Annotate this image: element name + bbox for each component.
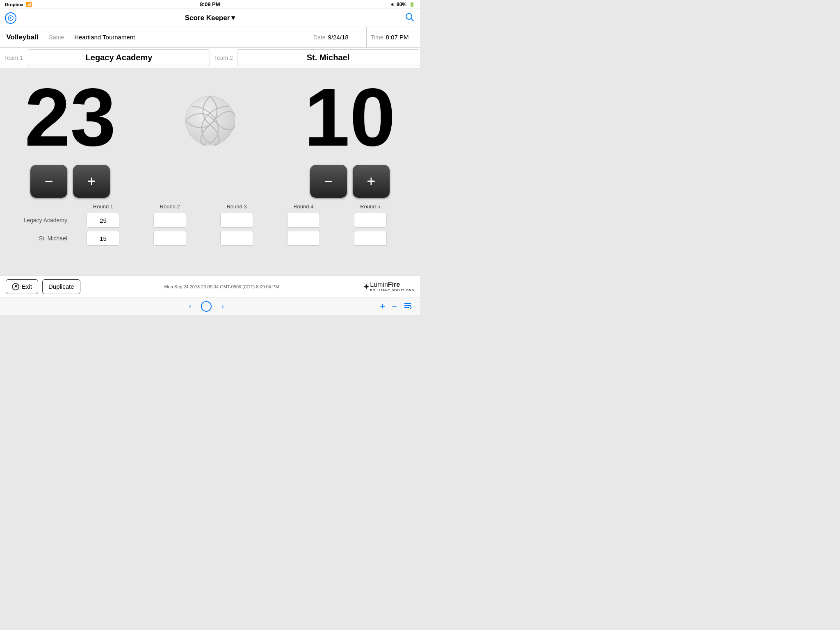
exit-button[interactable]: ✕ Exit bbox=[6, 279, 38, 294]
ios-forward-arrow[interactable]: › bbox=[221, 303, 224, 310]
team2-round5-input[interactable] bbox=[354, 231, 387, 246]
team2-score: 10 bbox=[304, 76, 395, 158]
status-right: ∗ 80% 🔋 bbox=[390, 2, 415, 7]
dropbox-icon: Dropbox bbox=[5, 2, 23, 7]
team1-label: Team 1 bbox=[0, 48, 27, 68]
bluetooth-icon: ∗ bbox=[390, 2, 394, 7]
bottom-left-actions: ✕ Exit Duplicate bbox=[6, 279, 80, 294]
game-name-input[interactable] bbox=[74, 34, 305, 41]
timestamp-display: Mon Sep 24 2018 20:09:04 GMT-0500 (CDT) … bbox=[164, 284, 279, 289]
team2-round5-cell[interactable] bbox=[337, 229, 404, 247]
time-input[interactable] bbox=[386, 34, 416, 41]
team1-round2-input[interactable] bbox=[153, 213, 186, 228]
lumin-sub: BRILLIANT SOLUTIONS bbox=[370, 288, 414, 292]
team2-round4-input[interactable] bbox=[287, 231, 320, 246]
team2-round4-cell[interactable] bbox=[270, 229, 337, 247]
status-bar: Dropbox 📶 8:09 PM ∗ 80% 🔋 bbox=[0, 0, 420, 9]
wifi-icon: 📶 bbox=[26, 2, 32, 7]
battery-level: 80% bbox=[397, 2, 406, 7]
team1-name-input[interactable] bbox=[28, 53, 210, 62]
round2-header: Round 2 bbox=[137, 202, 203, 211]
plus-icon-2: + bbox=[367, 174, 375, 189]
nav-search-button[interactable] bbox=[405, 13, 414, 23]
team2-round2-cell[interactable] bbox=[137, 229, 203, 247]
svg-point-0 bbox=[8, 16, 13, 21]
lumin-star-icon: ✦ bbox=[363, 282, 370, 292]
ios-nav-bar: ‹ › + − bbox=[0, 297, 420, 315]
minus-icon: − bbox=[45, 174, 53, 189]
team2-rounds-label: St. Michael bbox=[16, 229, 70, 247]
team2-score-buttons: − + bbox=[310, 165, 390, 198]
team2-round3-cell[interactable] bbox=[203, 229, 270, 247]
team1-round5-input[interactable] bbox=[354, 213, 387, 228]
team2-name-cell[interactable] bbox=[237, 49, 419, 66]
svg-line-2 bbox=[411, 18, 413, 21]
team2-round1-input[interactable] bbox=[87, 231, 119, 246]
form-row: Game Date Time bbox=[0, 27, 420, 48]
back-circle-icon[interactable] bbox=[5, 12, 16, 24]
date-cell[interactable]: Date bbox=[309, 27, 367, 47]
ios-home-button[interactable] bbox=[201, 301, 212, 312]
team1-round3-input[interactable] bbox=[220, 213, 253, 228]
lumin-logo: ✦ LuminFire BRILLIANT SOLUTIONS bbox=[363, 281, 414, 292]
duplicate-button[interactable]: Duplicate bbox=[42, 279, 80, 294]
battery-icon: 🔋 bbox=[409, 2, 415, 7]
ios-nav-center: ‹ › bbox=[189, 301, 224, 312]
team2-rounds-row: St. Michael bbox=[16, 229, 404, 247]
game-name-cell[interactable] bbox=[70, 27, 309, 47]
team2-minus-button[interactable]: − bbox=[310, 165, 347, 198]
team1-rounds-row: Legacy Academy bbox=[16, 211, 404, 229]
round1-header: Round 1 bbox=[70, 202, 137, 211]
ios-add-button[interactable]: + bbox=[380, 301, 385, 312]
team1-rounds-label: Legacy Academy bbox=[16, 211, 70, 229]
sport-cell[interactable] bbox=[0, 27, 45, 47]
status-time: 8:09 PM bbox=[200, 1, 220, 7]
ios-back-arrow[interactable]: ‹ bbox=[189, 303, 191, 310]
team1-round4-cell[interactable] bbox=[270, 211, 337, 229]
time-label: Time bbox=[371, 34, 383, 41]
team1-score: 23 bbox=[25, 76, 116, 158]
team1-name-cell[interactable] bbox=[28, 49, 210, 66]
game-label-cell: Game bbox=[45, 27, 70, 47]
time-cell[interactable]: Time bbox=[367, 27, 420, 47]
round4-header: Round 4 bbox=[270, 202, 337, 211]
lumin-text: LuminFire bbox=[370, 281, 400, 288]
rounds-header-row: Round 1 Round 2 Round 3 Round 4 Round 5 bbox=[16, 202, 404, 211]
team1-round5-cell[interactable] bbox=[337, 211, 404, 229]
ios-remove-button[interactable]: − bbox=[392, 301, 397, 312]
team1-round1-cell[interactable] bbox=[70, 211, 137, 229]
volleyball-icon bbox=[183, 94, 237, 147]
minus-icon-2: − bbox=[324, 174, 333, 189]
nav-dropdown-arrow[interactable]: ▾ bbox=[231, 14, 235, 22]
plus-icon: + bbox=[87, 174, 96, 189]
team2-round2-input[interactable] bbox=[153, 231, 186, 246]
team1-round3-cell[interactable] bbox=[203, 211, 270, 229]
nav-left-button[interactable] bbox=[5, 12, 16, 24]
team1-minus-button[interactable]: − bbox=[30, 165, 67, 198]
team1-round4-input[interactable] bbox=[287, 213, 320, 228]
team2-round1-cell[interactable] bbox=[70, 229, 137, 247]
status-left: Dropbox 📶 bbox=[5, 2, 32, 7]
team2-round3-input[interactable] bbox=[220, 231, 253, 246]
score-area: 23 − + bbox=[0, 68, 420, 202]
team1-score-buttons: − + bbox=[30, 165, 110, 198]
nav-title: Score Keeper ▾ bbox=[185, 14, 235, 22]
date-input[interactable] bbox=[328, 34, 362, 41]
date-label: Date bbox=[313, 34, 326, 41]
team2-plus-button[interactable]: + bbox=[353, 165, 390, 198]
rounds-section: Round 1 Round 2 Round 3 Round 4 Round 5 … bbox=[0, 202, 420, 247]
nav-bar: Score Keeper ▾ bbox=[0, 9, 420, 27]
team-row: Team 1 Team 2 bbox=[0, 48, 420, 68]
team1-plus-button[interactable]: + bbox=[73, 165, 110, 198]
exit-x-icon: ✕ bbox=[12, 283, 19, 290]
round5-header: Round 5 bbox=[337, 202, 404, 211]
svg-point-3 bbox=[185, 96, 235, 145]
ios-nav-right: + − bbox=[380, 301, 412, 312]
team2-name-input[interactable] bbox=[237, 53, 419, 62]
team1-round1-input[interactable] bbox=[87, 213, 119, 228]
team1-round2-cell[interactable] bbox=[137, 211, 203, 229]
ios-sort-button[interactable] bbox=[404, 302, 412, 311]
sport-input[interactable] bbox=[4, 33, 41, 41]
bottom-bar: ✕ Exit Duplicate Mon Sep 24 2018 20:09:0… bbox=[0, 276, 420, 297]
game-label: Game bbox=[48, 34, 64, 41]
